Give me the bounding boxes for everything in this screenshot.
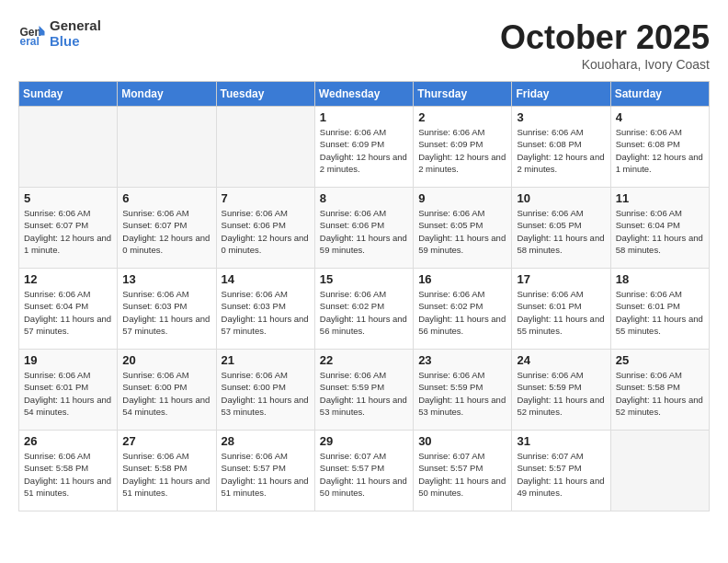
calendar-cell: 27Sunrise: 6:06 AM Sunset: 5:58 PM Dayli…	[118, 431, 216, 511]
day-number: 2	[418, 110, 506, 124]
day-info: Sunrise: 6:06 AM Sunset: 6:02 PM Dayligh…	[320, 288, 408, 337]
day-info: Sunrise: 6:07 AM Sunset: 5:57 PM Dayligh…	[418, 450, 506, 499]
day-info: Sunrise: 6:06 AM Sunset: 6:04 PM Dayligh…	[616, 207, 704, 256]
day-info: Sunrise: 6:06 AM Sunset: 6:07 PM Dayligh…	[122, 207, 210, 256]
svg-rect-3	[40, 31, 45, 36]
day-number: 9	[418, 191, 506, 205]
calendar-cell: 6Sunrise: 6:06 AM Sunset: 6:07 PM Daylig…	[118, 188, 216, 269]
calendar-week-row: 1Sunrise: 6:06 AM Sunset: 6:09 PM Daylig…	[19, 107, 710, 188]
day-number: 20	[122, 353, 210, 367]
day-info: Sunrise: 6:06 AM Sunset: 6:06 PM Dayligh…	[222, 207, 310, 256]
weekday-header-tuesday: Tuesday	[216, 82, 314, 107]
weekday-header-row: SundayMondayTuesdayWednesdayThursdayFrid…	[19, 82, 710, 107]
day-number: 25	[616, 353, 704, 367]
day-number: 24	[517, 353, 605, 367]
day-info: Sunrise: 6:06 AM Sunset: 6:05 PM Dayligh…	[517, 207, 605, 256]
logo-icon: Gen eral	[18, 20, 46, 48]
day-number: 27	[122, 434, 210, 448]
day-info: Sunrise: 6:06 AM Sunset: 6:03 PM Dayligh…	[122, 288, 210, 337]
day-info: Sunrise: 6:06 AM Sunset: 6:08 PM Dayligh…	[517, 126, 605, 175]
day-number: 10	[517, 191, 605, 205]
calendar-cell: 8Sunrise: 6:06 AM Sunset: 6:06 PM Daylig…	[314, 188, 413, 269]
calendar-cell: 10Sunrise: 6:06 AM Sunset: 6:05 PM Dayli…	[512, 188, 610, 269]
day-info: Sunrise: 6:06 AM Sunset: 6:09 PM Dayligh…	[320, 126, 408, 175]
day-info: Sunrise: 6:06 AM Sunset: 6:01 PM Dayligh…	[24, 369, 112, 418]
day-number: 29	[320, 434, 408, 448]
calendar-week-row: 12Sunrise: 6:06 AM Sunset: 6:04 PM Dayli…	[19, 269, 710, 350]
day-info: Sunrise: 6:07 AM Sunset: 5:57 PM Dayligh…	[320, 450, 408, 499]
day-number: 7	[222, 191, 310, 205]
day-info: Sunrise: 6:06 AM Sunset: 6:03 PM Dayligh…	[222, 288, 310, 337]
calendar-cell	[19, 107, 118, 188]
day-info: Sunrise: 6:06 AM Sunset: 6:04 PM Dayligh…	[24, 288, 112, 337]
weekday-header-saturday: Saturday	[610, 82, 709, 107]
day-number: 15	[320, 272, 408, 286]
weekday-header-friday: Friday	[512, 82, 610, 107]
weekday-header-monday: Monday	[118, 82, 216, 107]
calendar-cell: 19Sunrise: 6:06 AM Sunset: 6:01 PM Dayli…	[19, 350, 118, 431]
calendar-cell: 31Sunrise: 6:07 AM Sunset: 5:57 PM Dayli…	[512, 431, 610, 511]
day-number: 26	[24, 434, 112, 448]
day-number: 23	[418, 353, 506, 367]
day-number: 3	[517, 110, 605, 124]
day-info: Sunrise: 6:06 AM Sunset: 6:08 PM Dayligh…	[616, 126, 704, 175]
calendar-table: SundayMondayTuesdayWednesdayThursdayFrid…	[18, 81, 710, 511]
day-number: 17	[517, 272, 605, 286]
day-info: Sunrise: 6:06 AM Sunset: 5:58 PM Dayligh…	[616, 369, 704, 418]
day-number: 6	[122, 191, 210, 205]
day-number: 13	[122, 272, 210, 286]
weekday-header-sunday: Sunday	[19, 82, 118, 107]
calendar-cell: 15Sunrise: 6:06 AM Sunset: 6:02 PM Dayli…	[314, 269, 413, 350]
day-info: Sunrise: 6:06 AM Sunset: 6:05 PM Dayligh…	[418, 207, 506, 256]
day-number: 22	[320, 353, 408, 367]
calendar-cell: 25Sunrise: 6:06 AM Sunset: 5:58 PM Dayli…	[610, 350, 709, 431]
calendar-cell: 23Sunrise: 6:06 AM Sunset: 5:59 PM Dayli…	[414, 350, 512, 431]
logo-line1: General	[50, 18, 101, 34]
calendar-cell	[610, 431, 709, 511]
day-number: 1	[320, 110, 408, 124]
calendar-cell: 17Sunrise: 6:06 AM Sunset: 6:01 PM Dayli…	[512, 269, 610, 350]
svg-text:eral: eral	[20, 35, 40, 48]
logo-line2: Blue	[50, 34, 101, 50]
calendar-cell: 12Sunrise: 6:06 AM Sunset: 6:04 PM Dayli…	[19, 269, 118, 350]
logo: Gen eral General Blue	[18, 18, 101, 49]
day-info: Sunrise: 6:06 AM Sunset: 6:09 PM Dayligh…	[418, 126, 506, 175]
calendar-cell: 7Sunrise: 6:06 AM Sunset: 6:06 PM Daylig…	[216, 188, 314, 269]
calendar-week-row: 5Sunrise: 6:06 AM Sunset: 6:07 PM Daylig…	[19, 188, 710, 269]
calendar-cell	[216, 107, 314, 188]
day-info: Sunrise: 6:06 AM Sunset: 5:57 PM Dayligh…	[222, 450, 310, 499]
calendar-cell: 1Sunrise: 6:06 AM Sunset: 6:09 PM Daylig…	[314, 107, 413, 188]
calendar-cell: 13Sunrise: 6:06 AM Sunset: 6:03 PM Dayli…	[118, 269, 216, 350]
calendar-cell: 29Sunrise: 6:07 AM Sunset: 5:57 PM Dayli…	[314, 431, 413, 511]
day-number: 18	[616, 272, 704, 286]
weekday-header-wednesday: Wednesday	[314, 82, 413, 107]
calendar-cell: 18Sunrise: 6:06 AM Sunset: 6:01 PM Dayli…	[610, 269, 709, 350]
day-number: 5	[24, 191, 112, 205]
day-number: 11	[616, 191, 704, 205]
day-number: 8	[320, 191, 408, 205]
day-number: 16	[418, 272, 506, 286]
day-number: 31	[517, 434, 605, 448]
calendar-cell: 28Sunrise: 6:06 AM Sunset: 5:57 PM Dayli…	[216, 431, 314, 511]
calendar-cell: 26Sunrise: 6:06 AM Sunset: 5:58 PM Dayli…	[19, 431, 118, 511]
day-info: Sunrise: 6:06 AM Sunset: 6:07 PM Dayligh…	[24, 207, 112, 256]
weekday-header-thursday: Thursday	[414, 82, 512, 107]
day-info: Sunrise: 6:06 AM Sunset: 6:00 PM Dayligh…	[122, 369, 210, 418]
day-number: 19	[24, 353, 112, 367]
calendar-cell: 22Sunrise: 6:06 AM Sunset: 5:59 PM Dayli…	[314, 350, 413, 431]
location-subtitle: Kouohara, Ivory Coast	[500, 57, 710, 72]
day-info: Sunrise: 6:06 AM Sunset: 5:59 PM Dayligh…	[517, 369, 605, 418]
calendar-cell: 21Sunrise: 6:06 AM Sunset: 6:00 PM Dayli…	[216, 350, 314, 431]
calendar-cell: 2Sunrise: 6:06 AM Sunset: 6:09 PM Daylig…	[414, 107, 512, 188]
day-number: 4	[616, 110, 704, 124]
day-info: Sunrise: 6:06 AM Sunset: 6:06 PM Dayligh…	[320, 207, 408, 256]
calendar-cell: 14Sunrise: 6:06 AM Sunset: 6:03 PM Dayli…	[216, 269, 314, 350]
calendar-week-row: 26Sunrise: 6:06 AM Sunset: 5:58 PM Dayli…	[19, 431, 710, 511]
calendar-cell	[118, 107, 216, 188]
day-info: Sunrise: 6:06 AM Sunset: 5:58 PM Dayligh…	[122, 450, 210, 499]
day-number: 14	[222, 272, 310, 286]
calendar-cell: 16Sunrise: 6:06 AM Sunset: 6:02 PM Dayli…	[414, 269, 512, 350]
calendar-cell: 9Sunrise: 6:06 AM Sunset: 6:05 PM Daylig…	[414, 188, 512, 269]
calendar-cell: 4Sunrise: 6:06 AM Sunset: 6:08 PM Daylig…	[610, 107, 709, 188]
page-header: Gen eral General Blue October 2025 Kouoh…	[18, 18, 710, 72]
